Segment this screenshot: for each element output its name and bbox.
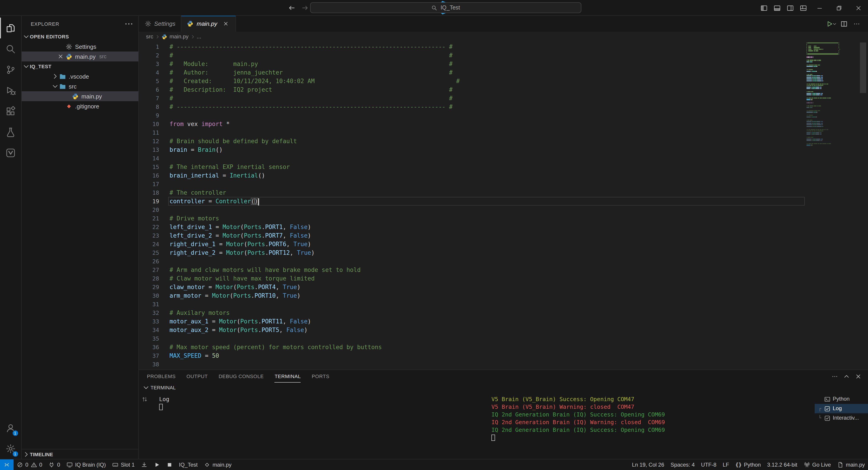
breadcrumb-src[interactable]: src [146,33,153,40]
code-line-32[interactable]: 32# Auxilary motors [139,308,805,317]
terminal-viewport[interactable]: Log V5 Brain (V5_Brain) Success: Opening… [139,393,868,459]
code-line-18[interactable]: 18# The controller [139,188,805,197]
tree-item-main.py[interactable]: main.py [22,91,138,101]
toggle-panel-button[interactable] [770,1,783,14]
status-language[interactable]: {}Python [732,459,764,470]
terminal-section-header[interactable]: TERMINAL [139,382,868,393]
minimize-button[interactable] [810,0,829,16]
status-vex-slot[interactable]: Slot 1 [109,459,138,470]
run-python-file-button[interactable] [826,18,837,30]
code-line-10[interactable]: 10from vex import * [139,120,805,128]
activity-testing[interactable] [0,122,22,142]
status-python-interpreter[interactable]: 3.12.2 64-bit [764,459,800,470]
terminal-instance-Interactiv[interactable]: └Interactiv... [815,413,868,423]
open-editor-main.py[interactable]: main.pysrc [22,52,138,61]
maximize-panel-button[interactable] [841,371,852,382]
code-line-11[interactable]: 11 [139,128,805,137]
code-line-22[interactable]: 22left_drive_1 = Motor(Ports.PORT1, Fals… [139,223,805,231]
code-line-9[interactable]: 9 [139,111,805,120]
code-line-8[interactable]: 8# -------------------------------------… [139,103,805,111]
code-line-37[interactable]: 37MAX_SPEED = 50 [139,351,805,360]
code-line-36[interactable]: 36# Max motor speed (percent) for motors… [139,343,805,351]
code-line-13[interactable]: 13brain = Brain() [139,145,805,154]
toggle-secondary-sidebar-button[interactable] [783,1,797,14]
status-remote[interactable] [0,459,13,470]
close-panel-button[interactable] [852,371,864,382]
status-vex-download[interactable] [138,459,151,470]
code-line-34[interactable]: 34motor_aux_2 = Motor(Ports.PORT5, False… [139,326,805,334]
close-window-button[interactable] [848,0,868,16]
activity-vex[interactable] [0,142,22,163]
panel-tab-problems[interactable]: PROBLEMS [147,370,176,382]
activity-accounts[interactable]: 1 [0,417,22,438]
code-line-38[interactable]: 38 [139,360,805,369]
code-line-5[interactable]: 5# Created: 10/11/2024, 10:40:02 AM # [139,77,805,86]
code-line-29[interactable]: 29claw_motor = Motor(Ports.PORT4, True) [139,283,805,291]
activity-explorer[interactable] [0,18,22,38]
workspace-header[interactable]: IQ_TEST [22,61,138,71]
code-line-24[interactable]: 24right_drive_1 = Motor(Ports.PORT6, Tru… [139,240,805,248]
scrollbar-slider[interactable] [860,42,866,93]
breadcrumb-...[interactable]: ... [197,33,201,40]
minimap[interactable] [807,42,857,148]
activity-source-control[interactable] [0,59,22,80]
status-ports[interactable]: 0 [45,459,63,470]
code-line-6[interactable]: 6# Description: IQ2 project # [139,86,805,94]
terminal-instance-Log[interactable]: ┌Log [815,404,868,413]
code-line-27[interactable]: 27# Arm and claw motors will have brake … [139,266,805,274]
status-vex-stop[interactable] [163,459,176,470]
timeline-header[interactable]: TIMELINE [22,449,138,459]
status-encoding[interactable]: UTF-8 [698,459,719,470]
status-vex-project[interactable]: IQ_Test [176,459,201,470]
tree-item-.vscode[interactable]: .vscode [22,71,138,81]
activity-run-and-debug[interactable] [0,80,22,101]
close-editor-icon[interactable] [57,53,64,60]
command-center-search[interactable]: IQ_Test [310,2,581,13]
open-editors-header[interactable]: OPEN EDITORS [22,32,138,41]
code-line-26[interactable]: 26 [139,257,805,266]
code-line-30[interactable]: 30arm_motor = Motor(Ports.PORT10, True) [139,291,805,300]
code-line-16[interactable]: 16brain_inertial = Inertial() [139,171,805,180]
status-active-file[interactable]: main.py [834,459,868,470]
code-line-31[interactable]: 31 [139,300,805,308]
customize-layout-button[interactable] [797,1,810,14]
status-indentation[interactable]: Spaces: 4 [668,459,698,470]
close-tab-button[interactable] [222,20,230,28]
go-back-button[interactable] [288,4,296,12]
go-forward-button[interactable] [301,4,309,12]
tree-item-src[interactable]: src [22,81,138,91]
tree-item-.gitignore[interactable]: .gitignore [22,101,138,111]
split-editor-button[interactable] [838,18,850,30]
code-line-23[interactable]: 23left_drive_2 = Motor(Ports.PORT7, Fals… [139,231,805,240]
code-line-2[interactable]: 2# # [139,51,805,60]
code-line-21[interactable]: 21# Drive motors [139,214,805,223]
panel-tab-terminal[interactable]: TERMINAL [275,370,301,382]
code-line-33[interactable]: 33motor_aux_1 = Motor(Ports.PORT11, Fals… [139,317,805,326]
tab-main.py[interactable]: main.py [181,16,236,32]
code-line-1[interactable]: 1# -------------------------------------… [139,42,805,51]
views-and-more-actions-button[interactable] [829,371,840,382]
code-editor[interactable]: 1# -------------------------------------… [139,41,868,369]
terminal-instance-Python[interactable]: Python [815,394,868,404]
code-line-19[interactable]: 19controller = Controller() [139,197,805,205]
activity-extensions[interactable] [0,101,22,122]
status-go-live[interactable]: Go Live [800,459,834,470]
panel-tab-output[interactable]: OUTPUT [186,370,208,382]
code-line-35[interactable]: 35 [139,334,805,343]
status-problems[interactable]: 00 [13,459,45,470]
views-and-more-actions-button[interactable] [124,19,134,29]
editor-scrollbar[interactable] [857,41,868,369]
panel-tab-ports[interactable]: PORTS [312,370,329,382]
status-vex-play[interactable] [151,459,163,470]
code-line-4[interactable]: 4# Author: jenna_juechter # [139,68,805,77]
activity-manage[interactable]: 1 [0,438,22,459]
code-line-3[interactable]: 3# Module: main.py # [139,60,805,68]
code-line-28[interactable]: 28# Claw motor will have max torque limi… [139,274,805,283]
code-line-20[interactable]: 20 [139,205,805,214]
status-cursor-position[interactable]: Ln 19, Col 26 [629,459,668,470]
restore-button[interactable] [829,0,848,16]
breadcrumb-main.py[interactable]: main.py [161,33,188,40]
status-vex-device[interactable]: IQ Brain (IQ) [63,459,109,470]
status-vex-file[interactable]: main.py [201,459,235,470]
panel-tab-debug-console[interactable]: DEBUG CONSOLE [219,370,264,382]
